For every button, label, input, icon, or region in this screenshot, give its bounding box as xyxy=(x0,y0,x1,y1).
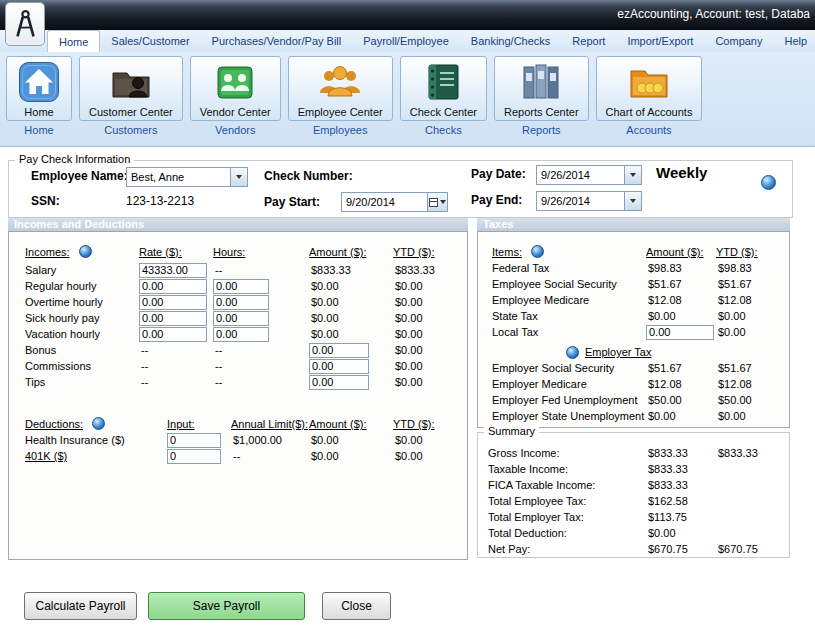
income-label: Vacation hourly xyxy=(25,328,139,340)
tax-ytd-value: $0.00 xyxy=(716,410,789,422)
income-hours-value: -- xyxy=(213,360,309,372)
pay-start-input[interactable] xyxy=(342,193,427,211)
pay-end-value: 9/26/2014 xyxy=(537,192,624,210)
reports-center-label: Reports Center xyxy=(504,106,579,118)
sick-hourly-hours-input[interactable] xyxy=(213,311,269,326)
bonus-amount-input[interactable] xyxy=(309,343,369,358)
income-rate-value: -- xyxy=(139,360,213,372)
customer-center-icon xyxy=(109,60,153,104)
summary-ytd-value: $670.75 xyxy=(716,543,789,555)
checks-sub-label: Checks xyxy=(425,124,462,136)
regular-hourly-rate-input[interactable] xyxy=(139,279,207,294)
employee-name-select[interactable]: Best, Anne xyxy=(126,167,248,187)
calculate-payroll-button[interactable]: Calculate Payroll xyxy=(24,592,137,620)
deductions-help-globe-icon[interactable] xyxy=(92,417,105,430)
income-amount-value: $0.00 xyxy=(309,328,393,340)
sick-hourly-rate-input[interactable] xyxy=(139,311,207,326)
employer-tax-help-globe-icon[interactable] xyxy=(566,346,579,359)
tax-ytd-value: $0.00 xyxy=(716,310,789,322)
commissions-amount-input[interactable] xyxy=(309,359,369,374)
pay-date-select[interactable]: 9/26/2014 xyxy=(536,165,642,185)
title-bar: ezAccounting, Account: test, Databa xyxy=(0,0,815,30)
annual-limit-col-header: Annual Limit($): xyxy=(231,418,309,430)
customers-sub-label: Customers xyxy=(104,124,157,136)
vendor-center-icon xyxy=(213,60,257,104)
income-label: Commissions xyxy=(25,360,139,372)
vendor-center-button[interactable]: Vendor Center xyxy=(190,56,281,121)
employee-center-icon xyxy=(318,60,362,104)
health-insurance-input[interactable] xyxy=(167,433,221,448)
tool-item-home: Home Home xyxy=(6,56,72,136)
tax-ytd-col-header: YTD ($): xyxy=(716,246,789,258)
paycheck-info-groupbox: Pay Check Information Employee Name: Bes… xyxy=(8,160,793,218)
tax-label: Employer Medicare xyxy=(492,378,646,390)
summary-label: Total Employee Tax: xyxy=(488,495,646,507)
calendar-icon[interactable] xyxy=(427,193,447,211)
home-icon xyxy=(17,60,61,104)
tax-amount-col-header: Amount ($): xyxy=(646,246,716,258)
reports-center-button[interactable]: Reports Center xyxy=(494,56,589,121)
menu-item-help[interactable]: Help xyxy=(773,30,815,52)
tool-item-employee-center: Employee Center Employees xyxy=(288,56,393,136)
tips-amount-input[interactable] xyxy=(309,375,369,390)
employee-name-value: Best, Anne xyxy=(127,168,230,186)
taxes-panel: Items: Amount ($): YTD ($): Federal Tax … xyxy=(477,231,790,428)
taxes-help-globe-icon[interactable] xyxy=(531,245,544,258)
menu-item-sales-customer[interactable]: Sales/Customer xyxy=(100,30,200,52)
menu-item-company[interactable]: Company xyxy=(704,30,773,52)
paycheck-help-globe-icon[interactable] xyxy=(761,175,776,190)
deduction-label-link[interactable]: 401K ($) xyxy=(25,450,67,462)
save-payroll-button[interactable]: Save Payroll xyxy=(148,592,305,620)
close-button[interactable]: Close xyxy=(322,592,391,620)
chevron-down-icon[interactable] xyxy=(230,168,247,186)
income-label: Sick hourly pay xyxy=(25,312,139,324)
summary-row-gross-income: Gross Income: $833.33 $833.33 xyxy=(478,445,789,461)
tax-row-federal: Federal Tax $98.83 $98.83 xyxy=(478,260,789,276)
menu-item-import-export[interactable]: Import/Export xyxy=(616,30,704,52)
pay-end-label: Pay End: xyxy=(471,193,522,207)
chevron-down-icon[interactable] xyxy=(624,166,641,184)
menu-item-purchases[interactable]: Purchases/Vendor/Pay Bill xyxy=(201,30,353,52)
income-hours-value: -- xyxy=(213,376,309,388)
app-menu-button[interactable] xyxy=(5,2,45,46)
tax-row-local: Local Tax $0.00 xyxy=(478,324,789,340)
customer-center-label: Customer Center xyxy=(89,106,173,118)
paycheck-info-legend: Pay Check Information xyxy=(15,153,134,165)
menu-item-payroll-employee[interactable]: Payroll/Employee xyxy=(352,30,460,52)
overtime-hourly-hours-input[interactable] xyxy=(213,295,269,310)
deduction-annual-limit: $1,000.00 xyxy=(231,434,309,446)
check-number-input[interactable] xyxy=(361,167,461,185)
income-amount-value: $0.00 xyxy=(309,312,393,324)
chevron-down-icon[interactable] xyxy=(624,192,641,210)
customer-center-button[interactable]: Customer Center xyxy=(79,56,183,121)
menu-item-report[interactable]: Report xyxy=(561,30,616,52)
income-row-bonus: Bonus -- -- $0.00 xyxy=(9,342,467,358)
check-center-button[interactable]: Check Center xyxy=(400,56,487,121)
overtime-hourly-rate-input[interactable] xyxy=(139,295,207,310)
pay-end-select[interactable]: 9/26/2014 xyxy=(536,191,642,211)
local-tax-input[interactable] xyxy=(646,325,714,340)
summary-amount-value: $833.33 xyxy=(646,479,716,491)
incomes-section-header: Incomes and Deductions xyxy=(8,218,468,231)
regular-hourly-hours-input[interactable] xyxy=(213,279,269,294)
income-amount-value: $0.00 xyxy=(309,296,393,308)
chart-of-accounts-button[interactable]: Chart of Accounts xyxy=(596,56,703,121)
salary-rate-input[interactable] xyxy=(139,263,207,278)
hours-col-header: Hours: xyxy=(213,246,309,258)
home-button[interactable]: Home xyxy=(6,56,72,121)
incomes-help-globe-icon[interactable] xyxy=(79,245,92,258)
menu-item-banking-checks[interactable]: Banking/Checks xyxy=(460,30,562,52)
income-ytd-value: $0.00 xyxy=(393,280,467,292)
menu-item-home[interactable]: Home xyxy=(47,30,100,52)
pay-start-picker[interactable] xyxy=(341,192,448,212)
tax-label: Federal Tax xyxy=(492,262,646,274)
vacation-hourly-rate-input[interactable] xyxy=(139,327,207,342)
tax-amount-value: $50.00 xyxy=(646,394,716,406)
tax-label: Employer Fed Unemployment xyxy=(492,394,646,406)
employee-center-button[interactable]: Employee Center xyxy=(288,56,393,121)
vacation-hourly-hours-input[interactable] xyxy=(213,327,269,342)
deduction-row-401k: 401K ($) -- $0.00 $0.00 xyxy=(9,448,467,464)
chart-of-accounts-icon-wrap xyxy=(626,59,672,105)
check-number-label: Check Number: xyxy=(264,169,353,183)
401k-input[interactable] xyxy=(167,449,221,464)
